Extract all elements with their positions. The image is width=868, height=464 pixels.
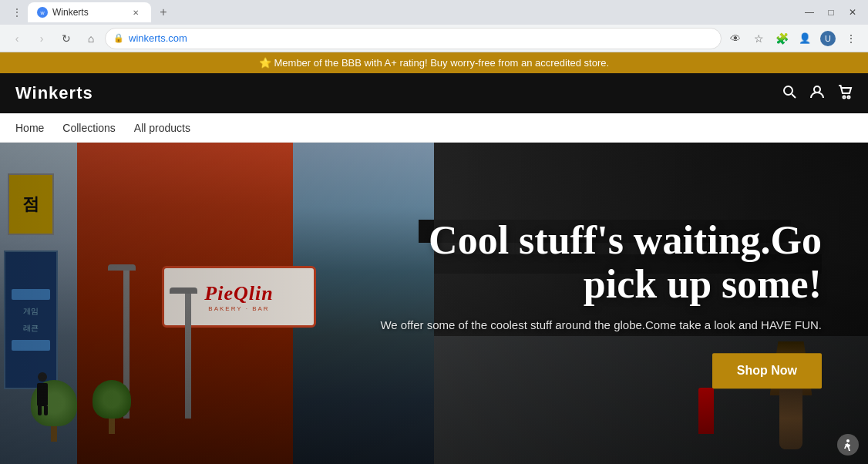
hero-content: Cool stuff's waiting.Go pick up some! We… — [359, 218, 822, 388]
announcement-text: ⭐ Member of the BBB with A+ rating! Buy … — [259, 57, 609, 69]
browser-menu-icon[interactable]: ⋮ — [6, 2, 28, 23]
svg-text:w: w — [39, 10, 45, 15]
close-button[interactable]: ✕ — [843, 3, 862, 22]
eye-off-button[interactable]: 👁 — [725, 28, 746, 49]
account-circle-icon: 👤 — [799, 32, 811, 44]
nav-all-products[interactable]: All products — [134, 116, 190, 140]
address-bar[interactable]: 🔒 winkerts.com — [105, 28, 722, 49]
header-icons — [782, 84, 853, 103]
profile-button[interactable]: U — [817, 28, 839, 49]
site-header: Winkerts — [0, 73, 868, 113]
toolbar-right: 👁 ☆ 🧩 👤 U ⋮ — [725, 28, 862, 49]
minimize-icon: — — [805, 7, 814, 18]
bookmark-button[interactable]: ☆ — [748, 28, 769, 49]
window-controls: — □ ✕ — [800, 3, 862, 22]
minimize-button[interactable]: — — [800, 3, 819, 22]
shop-now-button[interactable]: Shop Now — [712, 354, 822, 389]
nav-collections[interactable]: Collections — [62, 116, 115, 140]
site-logo[interactable]: Winkerts — [15, 83, 93, 103]
browser-chrome: ⋮ w Winkerts ✕ + — □ ✕ ‹ — [0, 0, 868, 52]
address-url: winkerts.com — [129, 32, 713, 44]
svg-line-3 — [792, 94, 796, 98]
new-tab-icon: + — [160, 5, 167, 19]
new-tab-button[interactable]: + — [154, 3, 173, 22]
browser-tab[interactable]: w Winkerts ✕ — [28, 2, 151, 22]
forward-button[interactable]: › — [31, 28, 52, 49]
bookmark-icon: ☆ — [754, 32, 764, 45]
hero-section: 점 게임 래큰 PieQlin BAKERY · BAR — [0, 143, 868, 464]
announcement-bar: ⭐ Member of the BBB with A+ rating! Buy … — [0, 52, 868, 73]
svg-point-2 — [784, 86, 792, 95]
cart-icon[interactable] — [837, 84, 853, 103]
puzzle-icon: 🧩 — [775, 32, 789, 45]
maximize-button[interactable]: □ — [822, 3, 840, 22]
reload-icon: ↻ — [62, 32, 71, 45]
menu-button[interactable]: ⋮ — [840, 28, 862, 49]
svg-point-5 — [843, 96, 846, 98]
browser-toolbar: ‹ › ↻ ⌂ 🔒 winkerts.com 👁 ☆ 🧩 👤 — [0, 25, 868, 52]
reload-button[interactable]: ↻ — [56, 28, 77, 49]
extensions-button[interactable]: 🧩 — [771, 28, 792, 49]
search-icon[interactable] — [782, 84, 797, 103]
svg-point-7 — [846, 439, 849, 442]
nav-home[interactable]: Home — [15, 116, 44, 140]
forward-icon: › — [40, 32, 44, 45]
svg-point-6 — [848, 96, 850, 98]
tab-favicon: w — [37, 7, 48, 18]
hero-subtitle: We offer some of the coolest stuff aroun… — [359, 319, 822, 332]
home-icon: ⌂ — [88, 32, 94, 45]
svg-point-4 — [814, 86, 820, 92]
lock-icon: 🔒 — [113, 33, 124, 43]
tab-title: Winkerts — [52, 7, 89, 18]
back-icon: ‹ — [15, 32, 19, 45]
close-icon: ✕ — [849, 7, 856, 18]
back-button[interactable]: ‹ — [6, 28, 28, 49]
tab-close-icon[interactable]: ✕ — [130, 6, 142, 18]
user-icon: U — [820, 31, 836, 46]
accessibility-button[interactable] — [837, 434, 859, 456]
dots-icon: ⋮ — [846, 32, 856, 45]
maximize-icon: □ — [828, 7, 833, 18]
site-nav: Home Collections All products — [0, 113, 868, 143]
account-icon[interactable] — [809, 84, 825, 103]
browser-title-bar: ⋮ w Winkerts ✕ + — □ ✕ — [0, 0, 868, 25]
accounts-button[interactable]: 👤 — [794, 28, 816, 49]
home-button[interactable]: ⌂ — [80, 28, 102, 49]
hero-title: Cool stuff's waiting.Go pick up some! — [359, 218, 822, 306]
eye-off-icon: 👁 — [730, 32, 741, 45]
site-wrapper: ⭐ Member of the BBB with A+ rating! Buy … — [0, 52, 868, 464]
